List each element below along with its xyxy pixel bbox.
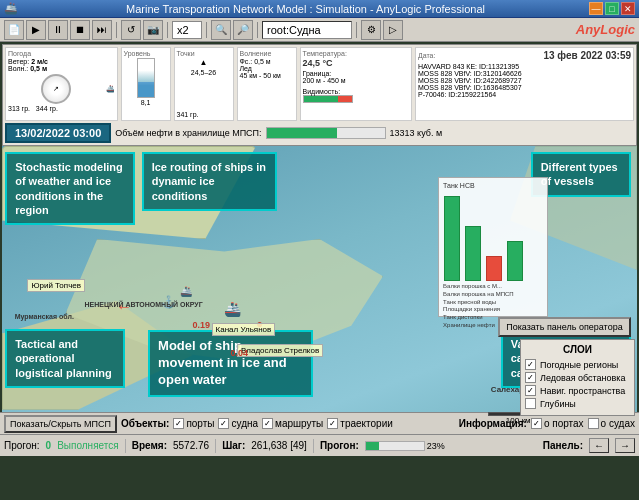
layer-label-2: Ледовая обстановка (540, 373, 626, 383)
maximize-button[interactable]: □ (605, 2, 619, 15)
oil-value: 13313 куб. м (390, 128, 443, 138)
time-value: 5572.76 (173, 440, 209, 451)
toolbar-btn-camera[interactable]: 📷 (143, 20, 163, 40)
checkbox-ports[interactable]: ✓ порты (173, 418, 214, 429)
layer-item-4[interactable]: Глубины (525, 398, 630, 409)
toolbar-btn-zoom-out[interactable]: 🔎 (233, 20, 253, 40)
close-button[interactable]: ✕ (621, 2, 635, 15)
cb-about-ships[interactable] (588, 418, 599, 429)
load-label: Волнение (240, 50, 294, 57)
panel-left-button[interactable]: ← (589, 438, 609, 453)
toolbar-separator-1 (116, 22, 117, 38)
info-row-1: Погода Ветер: 2 м/с Волн.: 0,5 м ↗ 🚢 313… (5, 47, 634, 121)
weather-label: Погода (8, 50, 115, 57)
show-hide-mfsp-button[interactable]: Показать/Скрыть МПСП (4, 415, 117, 433)
ship-entry-1: HAVVARD 843 КЕ: ID:11321395 (418, 63, 631, 70)
toolbar-btn-stop[interactable]: ⏹ (70, 20, 90, 40)
toolbar-btn-open[interactable]: ▶ (26, 20, 46, 40)
toolbar-btn-pause[interactable]: ⏸ (48, 20, 68, 40)
chart-label-3: Танк пресной воды (443, 299, 543, 307)
ship-entry-4: MOSS 828 VBfV: ID:1636485307 (418, 84, 631, 91)
checkbox-ships[interactable]: ✓ судна (218, 418, 258, 429)
cb-ports[interactable]: ✓ (173, 418, 184, 429)
date-data-cell: Дата: 13 фев 2022 03:59 HAVVARD 843 КЕ: … (415, 47, 634, 121)
routes-label: маршруты (275, 418, 323, 429)
ship-symbol: 🚢 (106, 85, 115, 93)
panel-right-button[interactable]: → (615, 438, 635, 453)
progress-container: 23% (365, 441, 445, 451)
oil-bar-fill (267, 128, 338, 138)
annotation-ice-routing: Ice routing of ships in dynamic ice cond… (142, 152, 277, 211)
cb-tracks[interactable]: ✓ (327, 418, 338, 429)
layer-item-2[interactable]: ✓ Ледовая обстановка (525, 372, 630, 383)
anylogic-label: AnyLogic (576, 22, 635, 37)
sep-bottom-1 (125, 439, 126, 453)
simulation-container: Погода Ветер: 2 м/с Волн.: 0,5 м ↗ 🚢 313… (0, 42, 639, 456)
cb-routes[interactable]: ✓ (262, 418, 273, 429)
checkbox-about-ships[interactable]: о судах (588, 418, 635, 429)
executing-label: Выполняется (57, 440, 119, 451)
annotation-stochastic: Stochastic modeling of weather and ice c… (5, 152, 135, 225)
sep-bottom-3 (313, 439, 314, 453)
root-path[interactable]: root:Судна (262, 21, 352, 39)
ice-value: 45 км - 50 км (240, 72, 294, 79)
minimize-button[interactable]: — (589, 2, 603, 15)
wind-gauge: ↗ (41, 74, 71, 104)
oil-bar (266, 127, 386, 139)
about-ships-label: о судах (601, 418, 635, 429)
info-panel-top: Погода Ветер: 2 м/с Волн.: 0,5 м ↗ 🚢 313… (2, 44, 637, 146)
ice-label: Лед (240, 65, 294, 72)
toolbar-btn-settings[interactable]: ⚙ (361, 20, 381, 40)
cb-ships[interactable]: ✓ (218, 418, 229, 429)
toolbar-btn-refresh[interactable]: ↺ (121, 20, 141, 40)
bar-3 (485, 256, 503, 281)
layer-checkbox-3[interactable]: ✓ (525, 385, 536, 396)
checkbox-tracks[interactable]: ✓ траектории (327, 418, 393, 429)
level-indicator (137, 58, 155, 98)
scale-label: 100 км (488, 416, 548, 425)
window-controls: — □ ✕ (589, 2, 635, 15)
level-label: Уровень (124, 50, 168, 57)
map-value-2: 0.04 (231, 348, 249, 358)
border-label: Граница: (303, 70, 410, 77)
toolbar-separator-2 (167, 22, 168, 38)
layers-panel: СЛОИ ✓ Погодные регионы ✓ Ледовая обстан… (520, 339, 635, 416)
point-value: ▲ (200, 58, 208, 67)
bar-fill-3 (486, 256, 502, 281)
temp-cell: Температура: 24,5 °C Граница: 200 м - 45… (300, 47, 413, 121)
toolbar-btn-new[interactable]: 📄 (4, 20, 24, 40)
layer-checkbox-2[interactable]: ✓ (525, 372, 536, 383)
oil-bar-row: Объём нефти в хранилище МПСП: 13313 куб.… (115, 127, 634, 139)
layer-item-3[interactable]: ✓ Навиг. пространства (525, 385, 630, 396)
direction-cell: Точки ▲ 24,5–26 341 гр. (174, 47, 234, 121)
title-icon: 🚢 (4, 2, 18, 15)
sep-bottom-2 (215, 439, 216, 453)
run-value: 0 (46, 440, 52, 451)
bar-fill-1 (444, 196, 460, 281)
toolbar-btn-run[interactable]: ▷ (383, 20, 403, 40)
toolbar-separator-3 (206, 22, 207, 38)
operator-3: Владослав Стрелков (237, 344, 323, 357)
layer-label-4: Глубины (540, 399, 576, 409)
layer-label-1: Погодные регионы (540, 360, 618, 370)
ship-1: 🚢 (224, 301, 241, 317)
temp-label: Температура: (303, 50, 410, 57)
checkbox-routes[interactable]: ✓ маршруты (262, 418, 323, 429)
progress-run-label: Прогон: (320, 440, 359, 451)
show-panel-button[interactable]: Показать панель оператора (498, 317, 631, 337)
progress-value: 23% (427, 441, 445, 451)
date-info-label: Дата: (418, 52, 435, 59)
layers-title: СЛОИ (525, 344, 630, 355)
toolbar-btn-zoom-in[interactable]: 🔍 (211, 20, 231, 40)
bar-fill-4 (507, 241, 523, 281)
layer-checkbox-4[interactable] (525, 398, 536, 409)
chart-label-1: Балки порошка с М... (443, 283, 543, 291)
annotation-tactical: Tactical and operational logistical plan… (5, 329, 125, 388)
map-label-murmansk: Мурманская обл. (15, 313, 74, 320)
operator-1: Юрий Топчев (27, 279, 85, 292)
layer-checkbox-1[interactable]: ✓ (525, 359, 536, 370)
layer-item-1[interactable]: ✓ Погодные регионы (525, 359, 630, 370)
ships-label: судна (231, 418, 258, 429)
ships-list: HAVVARD 843 КЕ: ID:11321395 MOSS 828 VBf… (418, 63, 631, 98)
toolbar-btn-step[interactable]: ⏭ (92, 20, 112, 40)
